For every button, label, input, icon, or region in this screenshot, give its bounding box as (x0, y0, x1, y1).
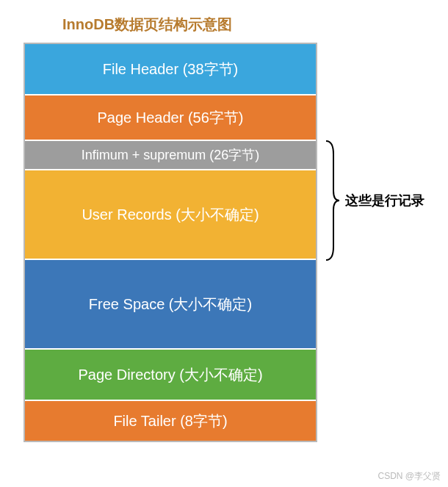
block-user-records: User Records (大小不确定) (25, 170, 316, 260)
curly-brace-icon (325, 140, 341, 261)
watermark: CSDN @李父贤 (377, 470, 441, 483)
block-infimum-supremum: Infimum + supremum (26字节) (25, 141, 316, 170)
block-file-tailer: File Tailer (8字节) (25, 401, 316, 441)
block-page-directory: Page Directory (大小不确定) (25, 350, 316, 401)
diagram-title: InnoDB数据页结构示意图 (62, 15, 448, 35)
block-page-header: Page Header (56字节) (25, 95, 316, 141)
page-structure-stack: File Header (38字节) Page Header (56字节) In… (24, 43, 317, 442)
block-file-header: File Header (38字节) (25, 44, 316, 95)
block-free-space: Free Space (大小不确定) (25, 260, 316, 350)
annotation-text: 这些是行记录 (345, 192, 424, 209)
row-records-annotation: 这些是行记录 (325, 140, 424, 261)
